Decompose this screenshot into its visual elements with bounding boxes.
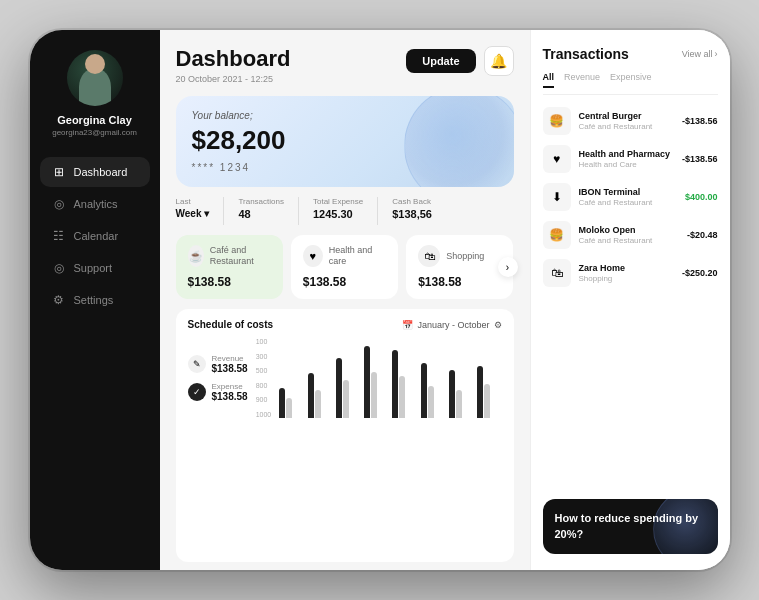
stat-label: Transactions (238, 197, 284, 206)
divider (223, 197, 224, 225)
header-actions: Update 🔔 (406, 46, 513, 76)
revenue-legend: ✎ Revenue $138.58 (188, 354, 248, 374)
legend-label: Revenue (212, 354, 248, 363)
trans-name: Moloko Open (579, 225, 679, 236)
sidebar-item-dashboard[interactable]: ⊞ Dashboard (40, 157, 150, 187)
period-select[interactable]: Last Week ▾ (176, 197, 210, 219)
page-title: Dashboard (176, 46, 291, 72)
bar-dark (449, 370, 455, 418)
bar-light (371, 372, 377, 418)
stat-total-expense: Total Expense 1245.30 (313, 197, 363, 220)
bar-group (279, 388, 303, 418)
bar-dark (336, 358, 342, 418)
promo-card[interactable]: How to reduce spending by 20%? (543, 499, 718, 554)
bar-chart (279, 338, 501, 418)
shopping-icon: 🛍 (418, 245, 440, 267)
trans-name: Central Burger (579, 111, 674, 122)
bar-dark (421, 363, 427, 418)
globe-decoration (404, 96, 514, 187)
sidebar-item-support[interactable]: ◎ Support (40, 253, 150, 283)
expense-amount: $138.58 (418, 275, 501, 289)
main-content: Dashboard 20 October 2021 - 12:25 Update… (160, 30, 530, 570)
stat-transactions: Transactions 48 (238, 197, 284, 220)
bar-dark (308, 373, 314, 418)
transactions-panel: Transactions View all › All Revenue Expe… (530, 30, 730, 570)
transactions-list: 🍔 Central Burger Café and Restaurant -$1… (543, 107, 718, 491)
support-icon: ◎ (52, 261, 66, 275)
sidebar-item-analytics[interactable]: ◎ Analytics (40, 189, 150, 219)
bar-light (399, 376, 405, 418)
update-button[interactable]: Update (406, 49, 475, 73)
trans-info: Health and Pharmacy Health and Care (579, 149, 674, 169)
transaction-item[interactable]: 🍔 Moloko Open Café and Restaurant -$20.4… (543, 221, 718, 249)
nav-items: ⊞ Dashboard ◎ Analytics ☷ Calendar ◎ Sup… (30, 157, 160, 315)
sidebar-item-label: Calendar (74, 230, 119, 242)
bell-button[interactable]: 🔔 (484, 46, 514, 76)
tab-revenue[interactable]: Revenue (564, 72, 600, 88)
bar-light (428, 386, 434, 418)
bar-light (286, 398, 292, 418)
stat-label: Total Expense (313, 197, 363, 206)
legend-label: Expense (212, 382, 248, 391)
settings-small-icon: ⚙ (494, 320, 502, 330)
schedule-period[interactable]: 📅 January - October ⚙ (402, 320, 501, 330)
promo-text: How to reduce spending by 20%? (555, 511, 706, 542)
card-header: ☕ Café and Restaurant (188, 245, 271, 267)
divider (298, 197, 299, 225)
legend-value: $138.58 (212, 363, 248, 374)
trans-icon: 🛍 (543, 259, 571, 287)
transaction-item[interactable]: 🍔 Central Burger Café and Restaurant -$1… (543, 107, 718, 135)
trans-icon: ⬇ (543, 183, 571, 211)
bar-light (456, 390, 462, 418)
trans-icon: 🍔 (543, 107, 571, 135)
dashboard-icon: ⊞ (52, 165, 66, 179)
period-label: Last (176, 197, 210, 206)
settings-icon: ⚙ (52, 293, 66, 307)
bar-dark (364, 346, 370, 418)
calendar-icon: ☷ (52, 229, 66, 243)
trans-amount: -$138.56 (682, 154, 718, 164)
cafe-icon: ☕ (188, 245, 204, 267)
bar-light (315, 390, 321, 418)
sidebar-item-label: Support (74, 262, 113, 274)
sidebar: Georgina Clay georgina23@gmail.com ⊞ Das… (30, 30, 160, 570)
card-header: ♥ Health and care (303, 245, 386, 267)
bar-dark (477, 366, 483, 418)
trans-info: IBON Terminal Café and Restaurant (579, 187, 677, 207)
bar-light (484, 384, 490, 418)
period-text: January - October (417, 320, 489, 330)
device-frame: Georgina Clay georgina23@gmail.com ⊞ Das… (30, 30, 730, 570)
bar-group (364, 346, 388, 418)
trans-sub: Café and Restaurant (579, 198, 677, 207)
calendar-small-icon: 📅 (402, 320, 413, 330)
transaction-item[interactable]: ♥ Health and Pharmacy Health and Care -$… (543, 145, 718, 173)
user-name: Georgina Clay (57, 114, 132, 126)
analytics-icon: ◎ (52, 197, 66, 211)
stats-row: Last Week ▾ Transactions 48 Total Expens… (176, 197, 514, 225)
stat-cash-back: Cash Back $138,56 (392, 197, 432, 220)
trans-name: Zara Home (579, 263, 674, 274)
expense-card-cafe[interactable]: ☕ Café and Restaurant $138.58 (176, 235, 283, 299)
schedule-content: ✎ Revenue $138.58 ✓ Expense $138.58 (188, 338, 502, 418)
tab-all[interactable]: All (543, 72, 555, 88)
legend-value: $138.58 (212, 391, 248, 402)
transaction-item[interactable]: ⬇ IBON Terminal Café and Restaurant $400… (543, 183, 718, 211)
divider (377, 197, 378, 225)
tab-expensive[interactable]: Expensive (610, 72, 652, 88)
bar-group (392, 350, 416, 418)
expense-card-health[interactable]: ♥ Health and care $138.58 (291, 235, 398, 299)
bar-group (421, 363, 445, 418)
sidebar-item-calendar[interactable]: ☷ Calendar (40, 221, 150, 251)
trans-info: Zara Home Shopping (579, 263, 674, 283)
transaction-item[interactable]: 🛍 Zara Home Shopping -$250.20 (543, 259, 718, 287)
view-all-button[interactable]: View all › (682, 49, 718, 59)
expense-amount: $138.58 (188, 275, 271, 289)
bell-icon: 🔔 (490, 53, 507, 69)
trans-name: IBON Terminal (579, 187, 677, 198)
sidebar-item-settings[interactable]: ⚙ Settings (40, 285, 150, 315)
legend-info: Revenue $138.58 (212, 354, 248, 374)
expense-title: Café and Restaurant (210, 245, 271, 267)
stat-value: $138,56 (392, 208, 432, 220)
next-arrow-button[interactable]: › (498, 257, 518, 277)
revenue-dot: ✎ (188, 355, 206, 373)
